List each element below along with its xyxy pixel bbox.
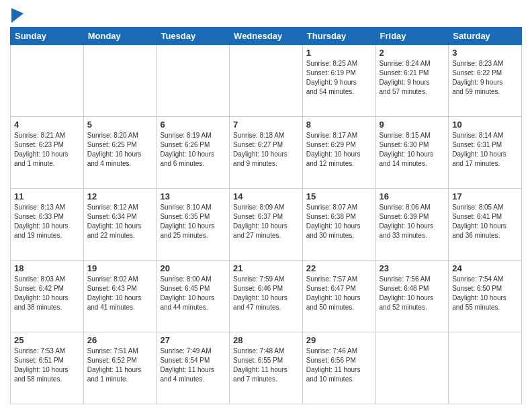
col-header-monday: Monday bbox=[83, 28, 157, 45]
day-number: 18 bbox=[14, 263, 80, 273]
day-info: Sunrise: 8:03 AM Sunset: 6:42 PM Dayligh… bbox=[14, 275, 80, 312]
calendar-cell bbox=[449, 332, 522, 404]
calendar-cell: 3Sunrise: 8:23 AM Sunset: 6:22 PM Daylig… bbox=[449, 45, 522, 117]
day-number: 6 bbox=[160, 120, 226, 130]
day-info: Sunrise: 7:53 AM Sunset: 6:51 PM Dayligh… bbox=[14, 347, 80, 384]
day-info: Sunrise: 8:21 AM Sunset: 6:23 PM Dayligh… bbox=[14, 131, 80, 169]
day-info: Sunrise: 8:13 AM Sunset: 6:33 PM Dayligh… bbox=[14, 203, 80, 240]
calendar-cell bbox=[83, 45, 157, 117]
day-info: Sunrise: 8:18 AM Sunset: 6:27 PM Dayligh… bbox=[233, 131, 299, 169]
day-info: Sunrise: 8:15 AM Sunset: 6:30 PM Dayligh… bbox=[380, 131, 445, 169]
calendar-cell bbox=[230, 45, 303, 117]
calendar-cell: 19Sunrise: 8:02 AM Sunset: 6:43 PM Dayli… bbox=[83, 261, 157, 332]
logo-triangle-icon bbox=[11, 8, 24, 23]
day-number: 26 bbox=[87, 335, 153, 345]
col-header-friday: Friday bbox=[375, 28, 449, 45]
day-number: 24 bbox=[452, 263, 518, 273]
col-header-sunday: Sunday bbox=[11, 28, 84, 45]
day-number: 3 bbox=[452, 48, 518, 58]
day-info: Sunrise: 8:19 AM Sunset: 6:26 PM Dayligh… bbox=[160, 131, 226, 169]
calendar-cell: 13Sunrise: 8:10 AM Sunset: 6:35 PM Dayli… bbox=[157, 189, 230, 261]
day-info: Sunrise: 8:05 AM Sunset: 6:41 PM Dayligh… bbox=[452, 203, 518, 240]
calendar-cell: 12Sunrise: 8:12 AM Sunset: 6:34 PM Dayli… bbox=[83, 189, 157, 261]
day-number: 9 bbox=[380, 120, 445, 130]
day-number: 4 bbox=[14, 120, 80, 130]
day-number: 16 bbox=[380, 191, 445, 201]
day-number: 25 bbox=[14, 335, 80, 345]
calendar-cell: 18Sunrise: 8:03 AM Sunset: 6:42 PM Dayli… bbox=[11, 261, 84, 332]
day-info: Sunrise: 8:24 AM Sunset: 6:21 PM Dayligh… bbox=[380, 59, 445, 97]
calendar-cell: 14Sunrise: 8:09 AM Sunset: 6:37 PM Dayli… bbox=[230, 189, 303, 261]
calendar-cell: 26Sunrise: 7:51 AM Sunset: 6:52 PM Dayli… bbox=[83, 332, 157, 404]
day-info: Sunrise: 7:48 AM Sunset: 6:55 PM Dayligh… bbox=[233, 347, 299, 384]
day-number: 14 bbox=[233, 191, 299, 201]
calendar-week-row: 1Sunrise: 8:25 AM Sunset: 6:19 PM Daylig… bbox=[11, 45, 522, 117]
calendar-cell: 7Sunrise: 8:18 AM Sunset: 6:27 PM Daylig… bbox=[230, 117, 303, 189]
calendar-cell: 9Sunrise: 8:15 AM Sunset: 6:30 PM Daylig… bbox=[375, 117, 449, 189]
day-info: Sunrise: 8:09 AM Sunset: 6:37 PM Dayligh… bbox=[233, 203, 299, 240]
day-number: 27 bbox=[160, 335, 226, 345]
day-info: Sunrise: 8:02 AM Sunset: 6:43 PM Dayligh… bbox=[87, 275, 153, 312]
calendar-cell: 1Sunrise: 8:25 AM Sunset: 6:19 PM Daylig… bbox=[302, 45, 375, 117]
calendar-cell bbox=[157, 45, 230, 117]
day-number: 22 bbox=[306, 263, 372, 273]
day-number: 13 bbox=[160, 191, 226, 201]
calendar-cell: 20Sunrise: 8:00 AM Sunset: 6:45 PM Dayli… bbox=[157, 261, 230, 332]
day-info: Sunrise: 8:00 AM Sunset: 6:45 PM Dayligh… bbox=[160, 275, 226, 312]
calendar-week-row: 4Sunrise: 8:21 AM Sunset: 6:23 PM Daylig… bbox=[11, 117, 522, 189]
day-info: Sunrise: 7:59 AM Sunset: 6:46 PM Dayligh… bbox=[233, 275, 299, 312]
day-info: Sunrise: 8:20 AM Sunset: 6:25 PM Dayligh… bbox=[87, 131, 153, 169]
day-info: Sunrise: 7:56 AM Sunset: 6:48 PM Dayligh… bbox=[380, 275, 445, 312]
calendar-cell: 2Sunrise: 8:24 AM Sunset: 6:21 PM Daylig… bbox=[375, 45, 449, 117]
calendar-week-row: 18Sunrise: 8:03 AM Sunset: 6:42 PM Dayli… bbox=[11, 261, 522, 332]
calendar-cell bbox=[375, 332, 449, 404]
day-info: Sunrise: 8:23 AM Sunset: 6:22 PM Dayligh… bbox=[452, 59, 518, 97]
calendar-cell: 21Sunrise: 7:59 AM Sunset: 6:46 PM Dayli… bbox=[230, 261, 303, 332]
calendar-cell: 5Sunrise: 8:20 AM Sunset: 6:25 PM Daylig… bbox=[83, 117, 157, 189]
logo bbox=[10, 9, 24, 23]
calendar-week-row: 25Sunrise: 7:53 AM Sunset: 6:51 PM Dayli… bbox=[11, 332, 522, 404]
day-info: Sunrise: 7:51 AM Sunset: 6:52 PM Dayligh… bbox=[87, 347, 153, 384]
day-info: Sunrise: 8:07 AM Sunset: 6:38 PM Dayligh… bbox=[306, 203, 372, 240]
day-info: Sunrise: 7:46 AM Sunset: 6:56 PM Dayligh… bbox=[306, 347, 372, 384]
day-info: Sunrise: 8:10 AM Sunset: 6:35 PM Dayligh… bbox=[160, 203, 226, 240]
day-info: Sunrise: 7:49 AM Sunset: 6:54 PM Dayligh… bbox=[160, 347, 226, 384]
calendar-cell: 27Sunrise: 7:49 AM Sunset: 6:54 PM Dayli… bbox=[157, 332, 230, 404]
day-number: 11 bbox=[14, 191, 80, 201]
day-number: 19 bbox=[87, 263, 153, 273]
day-info: Sunrise: 8:25 AM Sunset: 6:19 PM Dayligh… bbox=[306, 59, 372, 97]
page: SundayMondayTuesdayWednesdayThursdayFrid… bbox=[0, 0, 532, 411]
calendar-cell: 17Sunrise: 8:05 AM Sunset: 6:41 PM Dayli… bbox=[449, 189, 522, 261]
calendar-cell bbox=[11, 45, 84, 117]
day-number: 5 bbox=[87, 120, 153, 130]
col-header-tuesday: Tuesday bbox=[157, 28, 230, 45]
calendar-cell: 23Sunrise: 7:56 AM Sunset: 6:48 PM Dayli… bbox=[375, 261, 449, 332]
day-number: 7 bbox=[233, 120, 299, 130]
calendar-cell: 16Sunrise: 8:06 AM Sunset: 6:39 PM Dayli… bbox=[375, 189, 449, 261]
day-number: 8 bbox=[306, 120, 372, 130]
calendar-cell: 11Sunrise: 8:13 AM Sunset: 6:33 PM Dayli… bbox=[11, 189, 84, 261]
calendar-cell: 15Sunrise: 8:07 AM Sunset: 6:38 PM Dayli… bbox=[302, 189, 375, 261]
day-number: 10 bbox=[452, 120, 518, 130]
calendar-cell: 6Sunrise: 8:19 AM Sunset: 6:26 PM Daylig… bbox=[157, 117, 230, 189]
day-number: 21 bbox=[233, 263, 299, 273]
day-info: Sunrise: 8:14 AM Sunset: 6:31 PM Dayligh… bbox=[452, 131, 518, 169]
day-info: Sunrise: 8:12 AM Sunset: 6:34 PM Dayligh… bbox=[87, 203, 153, 240]
calendar-cell: 4Sunrise: 8:21 AM Sunset: 6:23 PM Daylig… bbox=[11, 117, 84, 189]
day-number: 29 bbox=[306, 335, 372, 345]
col-header-wednesday: Wednesday bbox=[230, 28, 303, 45]
calendar-cell: 22Sunrise: 7:57 AM Sunset: 6:47 PM Dayli… bbox=[302, 261, 375, 332]
day-number: 17 bbox=[452, 191, 518, 201]
calendar-cell: 29Sunrise: 7:46 AM Sunset: 6:56 PM Dayli… bbox=[302, 332, 375, 404]
day-info: Sunrise: 8:06 AM Sunset: 6:39 PM Dayligh… bbox=[380, 203, 445, 240]
day-info: Sunrise: 8:17 AM Sunset: 6:29 PM Dayligh… bbox=[306, 131, 372, 169]
calendar-header-row: SundayMondayTuesdayWednesdayThursdayFrid… bbox=[11, 28, 522, 45]
calendar-cell: 25Sunrise: 7:53 AM Sunset: 6:51 PM Dayli… bbox=[11, 332, 84, 404]
calendar-table: SundayMondayTuesdayWednesdayThursdayFrid… bbox=[10, 27, 522, 404]
day-number: 28 bbox=[233, 335, 299, 345]
day-number: 15 bbox=[306, 191, 372, 201]
day-number: 12 bbox=[87, 191, 153, 201]
calendar-week-row: 11Sunrise: 8:13 AM Sunset: 6:33 PM Dayli… bbox=[11, 189, 522, 261]
day-number: 2 bbox=[380, 48, 445, 58]
calendar-cell: 8Sunrise: 8:17 AM Sunset: 6:29 PM Daylig… bbox=[302, 117, 375, 189]
